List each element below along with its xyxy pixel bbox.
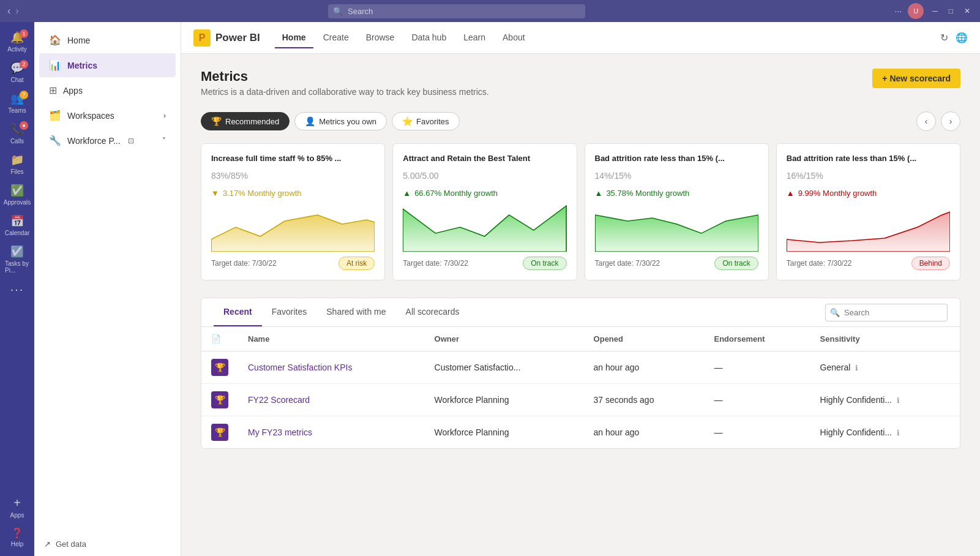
rail-label-activity: Activity bbox=[7, 46, 27, 53]
scorecard-name-text-1[interactable]: FY22 Scorecard bbox=[248, 395, 310, 405]
metric-card-0-status: At risk bbox=[339, 257, 375, 270]
activity-badge: 1 bbox=[20, 29, 28, 38]
sidebar-item-apps[interactable]: ⊞ Apps bbox=[39, 78, 176, 102]
rail-item-tasks[interactable]: ☑️ Tasks by Pi... bbox=[2, 241, 32, 277]
new-scorecard-button[interactable]: + New scorecard bbox=[872, 69, 960, 88]
metric-card-1[interactable]: Attract and Retain the Best Talent 5.00/… bbox=[392, 143, 577, 280]
scorecard-tab-shared[interactable]: Shared with me bbox=[316, 298, 395, 326]
scorecard-tab-recent[interactable]: Recent bbox=[214, 298, 262, 326]
scorecard-tab-favorites[interactable]: Favorites bbox=[262, 298, 317, 326]
filter-tab-metrics-you-own[interactable]: 👤 Metrics you own bbox=[294, 112, 387, 130]
th-icon: 📄 bbox=[201, 327, 238, 351]
metric-card-1-title: Attract and Retain the Best Talent bbox=[403, 154, 566, 163]
row-2-owner: Workforce Planning bbox=[425, 416, 584, 449]
th-name: Name bbox=[238, 327, 425, 351]
sidebar-item-home[interactable]: 🏠 Home bbox=[39, 28, 176, 52]
svg-marker-3 bbox=[787, 212, 950, 252]
logo-text: Power BI bbox=[215, 32, 260, 44]
scorecard-icon-1: 🏆 bbox=[211, 391, 228, 408]
carousel-nav: ‹ › bbox=[916, 111, 960, 131]
rail-item-teams[interactable]: 👥 7 Teams bbox=[2, 88, 32, 118]
scorecards-search-input[interactable] bbox=[825, 304, 948, 321]
row-0-icon-cell: 🏆 bbox=[201, 351, 238, 384]
minimize-btn[interactable]: ─ bbox=[930, 7, 940, 15]
scorecard-table-body: 🏆 Customer Satisfaction KPIs Customer Sa… bbox=[201, 351, 960, 449]
metric-card-3-growth: ▲ 9.99% Monthly growth bbox=[787, 189, 950, 198]
scorecard-table: 📄 Name Owner Opened Endorsement Sensitiv… bbox=[201, 327, 960, 448]
sidebar-item-metrics[interactable]: 📊 Metrics bbox=[39, 53, 176, 77]
sidebar-footer[interactable]: ↗ Get data bbox=[34, 532, 181, 556]
sidebar-label-home: Home bbox=[67, 36, 90, 45]
row-0-opened: an hour ago bbox=[584, 351, 705, 384]
page-title: Metrics bbox=[201, 69, 489, 85]
carousel-next-btn[interactable]: › bbox=[941, 111, 960, 131]
globe-icon[interactable]: 🌐 bbox=[956, 32, 968, 43]
metric-card-2-footer: Target date: 7/30/22 On track bbox=[595, 257, 758, 270]
scorecard-tab-all[interactable]: All scorecards bbox=[396, 298, 469, 326]
rail-label-files: Files bbox=[10, 168, 23, 175]
rail-item-calendar[interactable]: 📅 Calendar bbox=[2, 211, 32, 240]
svg-marker-1 bbox=[403, 206, 566, 252]
maximize-btn[interactable]: □ bbox=[946, 7, 956, 15]
metric-card-3-chart bbox=[787, 203, 950, 252]
carousel-prev-btn[interactable]: ‹ bbox=[916, 111, 936, 131]
metric-card-2[interactable]: Bad attrition rate less than 15% (... 14… bbox=[585, 143, 769, 280]
filter-tab-favorites[interactable]: ⭐ Favorites bbox=[392, 112, 459, 130]
titlebar-search-input[interactable] bbox=[328, 4, 585, 18]
topnav-link-create[interactable]: Create bbox=[316, 28, 356, 48]
rail-item-approvals[interactable]: ✅ Approvals bbox=[2, 180, 32, 209]
rail-item-files[interactable]: 📁 Files bbox=[2, 149, 32, 179]
filter-tab-label-metrics-you-own: Metrics you own bbox=[319, 117, 376, 126]
rail: 🔔 1 Activity 💬 2 Chat 👥 7 Teams 📞 ● Call… bbox=[0, 22, 34, 556]
sidebar-item-workforce[interactable]: 🔧 Workforce P... ⊡ ˅ bbox=[39, 129, 176, 152]
rail-item-more[interactable]: ··· bbox=[2, 279, 32, 300]
rail-item-calls[interactable]: 📞 ● Calls bbox=[2, 119, 32, 148]
topnav-link-learn[interactable]: Learn bbox=[456, 28, 493, 48]
back-btn[interactable]: ‹ bbox=[7, 6, 10, 17]
scorecard-name-text-0[interactable]: Customer Satisfaction KPIs bbox=[248, 363, 352, 372]
chart-area-yellow bbox=[211, 203, 375, 252]
recommended-icon: 🏆 bbox=[211, 116, 222, 126]
metric-card-2-title: Bad attrition rate less than 15% (... bbox=[595, 154, 758, 163]
topnav-link-browse[interactable]: Browse bbox=[359, 28, 402, 48]
row-0-endorsement: — bbox=[704, 351, 810, 384]
metric-card-0[interactable]: Increase full time staff % to 85% ... 83… bbox=[201, 143, 385, 280]
metric-card-3-target-date: Target date: 7/30/22 bbox=[787, 259, 852, 268]
rail-label-add-apps: Apps bbox=[10, 512, 24, 519]
rail-item-chat[interactable]: 💬 2 Chat bbox=[2, 58, 32, 87]
chart-area-red bbox=[787, 203, 950, 252]
metric-card-3-title: Bad attrition rate less than 15% (... bbox=[787, 154, 950, 163]
topnav-link-datahub[interactable]: Data hub bbox=[404, 28, 454, 48]
home-icon: 🏠 bbox=[49, 34, 61, 46]
table-row: 🏆 FY22 Scorecard Workforce Planning 37 s… bbox=[201, 384, 960, 416]
topnav-logo: P Power BI bbox=[193, 29, 260, 47]
rail-item-activity[interactable]: 🔔 1 Activity bbox=[2, 27, 32, 56]
workspaces-chevron: › bbox=[163, 111, 166, 120]
avatar[interactable]: U bbox=[908, 3, 924, 19]
rail-item-add-apps[interactable]: + Apps bbox=[2, 492, 32, 522]
topnav: P Power BI Home Create Browse Data hub L… bbox=[181, 22, 980, 54]
svg-marker-2 bbox=[595, 215, 758, 252]
metric-card-2-target-date: Target date: 7/30/22 bbox=[595, 259, 660, 268]
topnav-link-home[interactable]: Home bbox=[275, 28, 313, 48]
svg-marker-0 bbox=[211, 215, 375, 252]
metric-card-3[interactable]: Bad attrition rate less than 15% (... 16… bbox=[776, 143, 960, 280]
filter-tab-recommended[interactable]: 🏆 Recommended bbox=[201, 112, 290, 130]
page-subtitle: Metrics is a data-driven and collaborati… bbox=[201, 87, 489, 97]
logo-icon: P bbox=[193, 29, 211, 47]
rail-item-help[interactable]: ❓ Help bbox=[2, 524, 32, 551]
refresh-icon[interactable]: ↻ bbox=[940, 32, 948, 43]
metric-card-1-chart bbox=[403, 203, 566, 252]
metrics-you-own-icon: 👤 bbox=[305, 116, 315, 126]
search-icon: 🔍 bbox=[333, 7, 343, 16]
row-2-name-cell: My FY23 metrics bbox=[238, 416, 425, 449]
close-btn[interactable]: ✕ bbox=[962, 7, 973, 15]
topnav-link-about[interactable]: About bbox=[495, 28, 533, 48]
titlebar-left: ‹ › bbox=[7, 6, 19, 17]
row-1-name-cell: FY22 Scorecard bbox=[238, 384, 425, 416]
sidebar-item-workspaces[interactable]: 🗂️ Workspaces › bbox=[39, 103, 176, 127]
rail-label-calendar: Calendar bbox=[5, 230, 30, 236]
scorecard-name-text-2[interactable]: My FY23 metrics bbox=[248, 427, 312, 437]
more-options-icon[interactable]: ··· bbox=[895, 6, 902, 16]
rail-label-chat: Chat bbox=[10, 77, 23, 83]
